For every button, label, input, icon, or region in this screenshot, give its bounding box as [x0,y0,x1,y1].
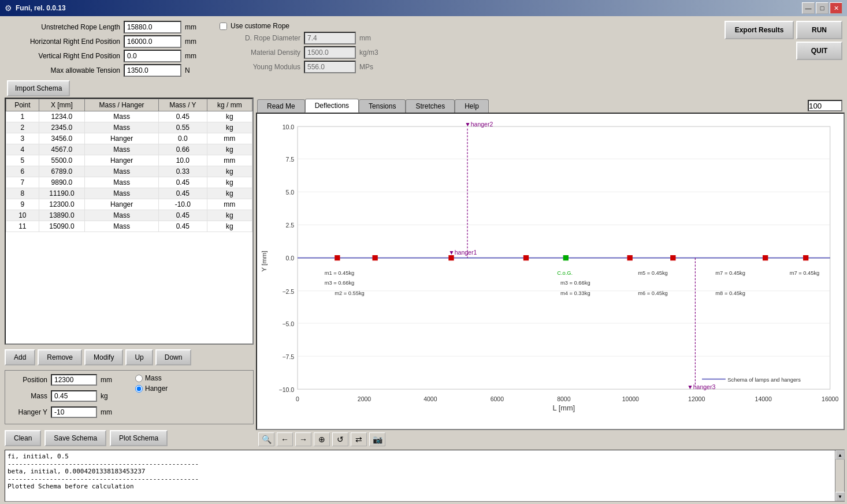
close-button[interactable]: ✕ [830,2,842,14]
vertical-input[interactable] [124,50,181,62]
svg-text:12000: 12000 [688,395,705,402]
modify-button[interactable]: Modify [84,349,123,365]
svg-rect-33 [448,255,454,260]
horizontal-input[interactable] [124,35,181,48]
crosshair-btn[interactable]: ⊕ [314,432,330,446]
radio-hanger[interactable] [135,385,143,393]
hanger-y-input[interactable] [51,406,97,418]
svg-text:4000: 4000 [424,395,437,402]
export-button[interactable]: Export Results [725,21,794,39]
svg-text:▼hanger1: ▼hanger1 [448,249,477,256]
svg-text:−2.5: −2.5 [282,288,294,295]
horizontal-label: Horizontal Right End Position [5,38,120,46]
table-row[interactable]: 79890.0Mass0.45kg [6,177,252,188]
table-row[interactable]: 44567.0Mass0.66kg [6,144,252,155]
scrollbar-up[interactable]: ▲ [835,450,845,460]
svg-text:14000: 14000 [755,395,772,402]
svg-rect-32 [373,255,378,260]
svg-text:Y [mm]: Y [mm] [260,251,268,272]
unstretched-unit: mm [185,23,202,31]
svg-text:m8 = 0.45kg: m8 = 0.45kg [715,290,745,296]
svg-rect-34 [523,255,529,260]
chart-toolbar: 🔍 ← → ⊕ ↺ ⇄ 📷 [256,430,845,449]
svg-text:5.0: 5.0 [286,189,295,196]
maximize-button[interactable]: □ [816,2,829,14]
density-input[interactable] [304,46,356,59]
svg-text:8000: 8000 [557,395,571,402]
app-icon: ⚙ [5,3,12,13]
run-button[interactable]: RUN [796,21,842,39]
zoom-out-btn[interactable]: 🔍 [258,432,274,446]
tab-deflections[interactable]: Deflections [305,99,359,113]
svg-text:L [mm]: L [mm] [552,404,575,413]
modulus-unit: MPs [359,63,373,71]
unstretched-input[interactable] [124,21,181,33]
svg-text:▼hanger3: ▼hanger3 [687,383,715,390]
plot-button[interactable]: Plot Schema [110,430,168,446]
position-input[interactable] [51,374,97,386]
use-custom-rope-checkbox[interactable] [220,23,227,30]
svg-rect-36 [627,255,633,260]
modulus-input[interactable] [304,61,356,73]
main-window: Unstretched Rope Length mm Horizontal Ri… [0,16,847,504]
pan-right-btn[interactable]: → [295,432,311,446]
save-button[interactable]: Save Schema [44,430,106,446]
svg-text:m5 = 0.45kg: m5 = 0.45kg [638,270,668,276]
svg-rect-39 [803,255,808,260]
svg-rect-31 [335,255,340,260]
radio-hanger-label: Hanger [145,384,168,393]
table-row[interactable]: 11234.0Mass0.45kg [6,111,252,122]
svg-text:−5.0: −5.0 [282,320,294,327]
table-row[interactable]: 22345.0Mass0.55kg [6,122,252,133]
diameter-label: D. Rope Diameter [220,34,300,42]
clean-button[interactable]: Clean [5,430,41,446]
svg-rect-38 [763,255,768,260]
svg-text:m7 = 0.45kg: m7 = 0.45kg [715,270,745,276]
table-row[interactable]: 912300.0Hanger-10.0mm [6,199,252,210]
mass-input[interactable] [51,390,97,402]
max-tension-input[interactable] [124,64,181,77]
tab-tensions[interactable]: Tensions [359,99,406,113]
tab-stretches[interactable]: Stretches [406,99,455,113]
max-tension-unit: N [185,66,202,74]
density-label: Material Density [220,48,300,57]
diameter-input[interactable] [304,32,356,44]
down-button[interactable]: Down [155,349,192,365]
table-row[interactable]: 66789.0Mass0.33kg [6,166,252,177]
tab-help[interactable]: Help [455,99,489,113]
tab-number-input[interactable] [808,100,842,111]
svg-text:m3 = 0.66kg: m3 = 0.66kg [560,280,590,286]
col-type: Mass / Hanger [85,99,159,111]
svg-text:10.0: 10.0 [283,124,295,130]
quit-button[interactable]: QUIT [796,42,842,60]
svg-text:▼hanger2: ▼hanger2 [465,121,493,128]
svg-text:m7 = 0.45kg: m7 = 0.45kg [790,270,820,276]
save-img-btn[interactable]: 📷 [369,432,385,446]
hanger-y-unit: mm [101,408,112,416]
table-row[interactable]: 1013890.0Mass0.45kg [6,210,252,221]
svg-text:0.0: 0.0 [286,255,295,262]
hanger-y-label: Hanger Y [10,408,47,416]
diameter-unit: mm [359,34,371,42]
table-row[interactable]: 1115090.0Mass0.45kg [6,221,252,232]
table-row[interactable]: 811190.0Mass0.45kg [6,188,252,199]
import-button[interactable]: Import Schema [7,80,70,96]
col-point: Point [6,99,39,111]
pan-left-btn[interactable]: ← [277,432,293,446]
minimize-button[interactable]: — [802,2,815,14]
reset-btn[interactable]: ↺ [332,432,348,446]
up-button[interactable]: Up [125,349,153,365]
scrollbar-down[interactable]: ▼ [835,492,845,501]
svg-text:m2 = 0.55kg: m2 = 0.55kg [335,290,365,296]
table-row[interactable]: 55500.0Hanger10.0mm [6,155,252,166]
remove-button[interactable]: Remove [38,349,82,365]
radio-mass[interactable] [135,375,143,382]
chart-svg: 10.0 7.5 5.0 2.5 0.0 −2.5 −5.0 −7.5 −10.… [257,114,844,429]
add-button[interactable]: Add [5,349,35,365]
tab-readme[interactable]: Read Me [257,99,305,113]
svg-text:2000: 2000 [358,395,372,402]
table-row[interactable]: 33456.0Hanger0.0mm [6,133,252,144]
exchange-btn[interactable]: ⇄ [351,432,367,446]
svg-text:C.o.G.: C.o.G. [557,270,573,276]
horizontal-unit: mm [185,38,202,46]
